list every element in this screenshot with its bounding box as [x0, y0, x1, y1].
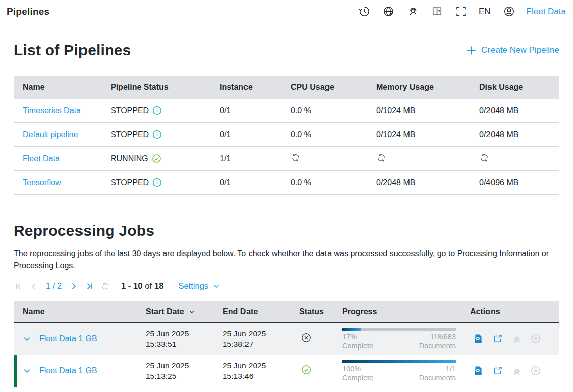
top-bar-actions: ? EN Fleet Data	[358, 5, 566, 18]
plus-icon	[466, 45, 477, 56]
info-icon[interactable]	[152, 130, 162, 139]
history-icon[interactable]	[358, 5, 371, 18]
table-row: Fleet Data 1 GB 25 Jun 202515:13:25 25 J…	[14, 355, 559, 387]
jobs-heading: Reprocessing Jobs	[14, 222, 559, 239]
progress-percent-label: 17%Complete	[342, 332, 373, 350]
pipeline-link[interactable]: Timeseries Data	[23, 106, 81, 115]
jobs-table-header: Name Start Date End Date Status Progress…	[14, 301, 559, 323]
page-indicator: 1 / 2	[46, 281, 62, 291]
disk-value: 0/4096 MB	[479, 178, 550, 187]
open-external-icon[interactable]	[492, 333, 503, 344]
cpu-value: 0.0 %	[291, 130, 376, 139]
loading-icon	[479, 153, 489, 163]
pagination: 1 / 2 1 - 10 of 18 Settings	[14, 281, 559, 291]
top-bar: Pipelines	[0, 0, 573, 23]
progress-track	[342, 328, 456, 331]
table-row: Default pipeline STOPPED 0/1 0.0 % 0/102…	[14, 123, 559, 147]
memory-value: 0/1024 MB	[376, 106, 479, 115]
loading-icon	[376, 153, 386, 163]
col-name: Name	[23, 307, 146, 316]
col-actions: Actions	[470, 307, 559, 316]
col-pipeline-status: Pipeline Status	[111, 83, 220, 92]
sort-chevron-icon	[188, 308, 195, 315]
progress-track	[342, 360, 456, 363]
pipeline-link[interactable]: Tensorflow	[23, 178, 61, 187]
expand-row-icon[interactable]	[23, 367, 31, 375]
previous-page-icon[interactable]	[29, 282, 38, 291]
progress-bar	[342, 328, 361, 331]
settings-button[interactable]: Settings	[178, 281, 220, 291]
next-page-icon[interactable]	[69, 282, 78, 291]
cpu-value: 0.0 %	[291, 106, 376, 115]
help-icon[interactable]: ?	[431, 5, 443, 18]
status-text: RUNNING	[111, 154, 148, 163]
pipelines-heading: List of Pipelines	[14, 42, 131, 59]
disk-value: 0/2048 MB	[479, 130, 550, 139]
last-page-icon[interactable]	[85, 282, 94, 291]
jobs-table: Name Start Date End Date Status Progress…	[14, 301, 559, 387]
table-row: Fleet Data RUNNING 1/1	[14, 147, 559, 171]
success-status-icon	[301, 364, 312, 377]
language-selector[interactable]: EN	[479, 7, 491, 17]
col-status: Status	[299, 307, 342, 316]
end-date-cell: 25 Jun 202515:13:46	[223, 360, 299, 381]
progress-cell: 100%Complete 1/1Documents	[342, 360, 456, 382]
col-instance: Instance	[220, 83, 291, 92]
jobs-description: The reprocessing jobs of the last 30 day…	[14, 248, 559, 272]
create-pipeline-button[interactable]: Create New Pipeline	[466, 45, 559, 56]
refresh-icon[interactable]	[101, 282, 110, 291]
first-page-icon[interactable]	[14, 282, 23, 291]
instance-value: 0/1	[220, 106, 291, 115]
table-row: Tensorflow STOPPED 0/1 0.0 % 0/2048 MB 0…	[14, 171, 559, 195]
cpu-value: 0.0 %	[291, 178, 376, 187]
start-date-cell: 25 Jun 202515:33:51	[146, 328, 223, 349]
status-text: STOPPED	[111, 106, 149, 115]
row-actions	[470, 333, 559, 344]
col-cpu-usage: CPU Usage	[291, 83, 376, 92]
col-end-date: End Date	[223, 307, 299, 316]
globe-icon[interactable]	[382, 5, 395, 18]
cancel-job-icon	[530, 365, 541, 376]
memory-value: 0/2048 MB	[376, 178, 479, 187]
disk-value: 0/2048 MB	[479, 106, 550, 115]
info-icon[interactable]	[152, 106, 162, 115]
svg-text:?: ?	[438, 9, 440, 14]
support-icon[interactable]	[406, 5, 419, 18]
project-link[interactable]: Fleet Data	[527, 7, 566, 17]
progress-percent-label: 100%Complete	[342, 364, 373, 382]
view-details-icon[interactable]	[473, 365, 484, 376]
chevron-down-icon	[213, 283, 220, 290]
view-details-icon[interactable]	[473, 333, 484, 344]
col-disk-usage: Disk Usage	[479, 83, 550, 92]
info-icon[interactable]	[152, 178, 162, 187]
settings-label: Settings	[178, 281, 208, 291]
progress-cell: 17%Complete 118/683Documents	[342, 328, 456, 350]
table-row: Fleet Data 1 GB 25 Jun 202515:33:51 25 J…	[14, 323, 559, 355]
account-icon[interactable]	[503, 5, 515, 18]
pipeline-link[interactable]: Default pipeline	[23, 130, 78, 139]
expand-row-icon[interactable]	[23, 335, 31, 343]
canceled-status-icon	[301, 332, 312, 345]
col-start-date[interactable]: Start Date	[146, 307, 223, 316]
pipelines-table: Name Pipeline Status Instance CPU Usage …	[14, 76, 559, 195]
table-row: Timeseries Data STOPPED 0/1 0.0 % 0/1024…	[14, 99, 559, 123]
create-pipeline-label: Create New Pipeline	[481, 45, 559, 55]
progress-bar	[342, 360, 456, 363]
fullscreen-icon[interactable]	[455, 5, 467, 18]
progress-documents-label: 118/683Documents	[419, 332, 456, 350]
col-name: Name	[23, 83, 111, 92]
instance-value: 0/1	[220, 130, 291, 139]
pipelines-table-header: Name Pipeline Status Instance CPU Usage …	[14, 76, 559, 99]
status-text: STOPPED	[111, 130, 149, 139]
job-link[interactable]: Fleet Data 1 GB	[39, 366, 97, 375]
end-date-cell: 25 Jun 202515:38:27	[223, 328, 299, 349]
loading-icon	[291, 153, 301, 163]
col-memory-usage: Memory Usage	[376, 83, 479, 92]
range-total: 18	[154, 281, 163, 291]
pipeline-link[interactable]: Fleet Data	[23, 154, 60, 163]
cancel-job-icon	[530, 333, 541, 344]
job-link[interactable]: Fleet Data 1 GB	[39, 334, 97, 343]
memory-value: 0/1024 MB	[376, 130, 479, 139]
open-external-icon[interactable]	[492, 365, 503, 376]
col-progress: Progress	[342, 307, 470, 316]
